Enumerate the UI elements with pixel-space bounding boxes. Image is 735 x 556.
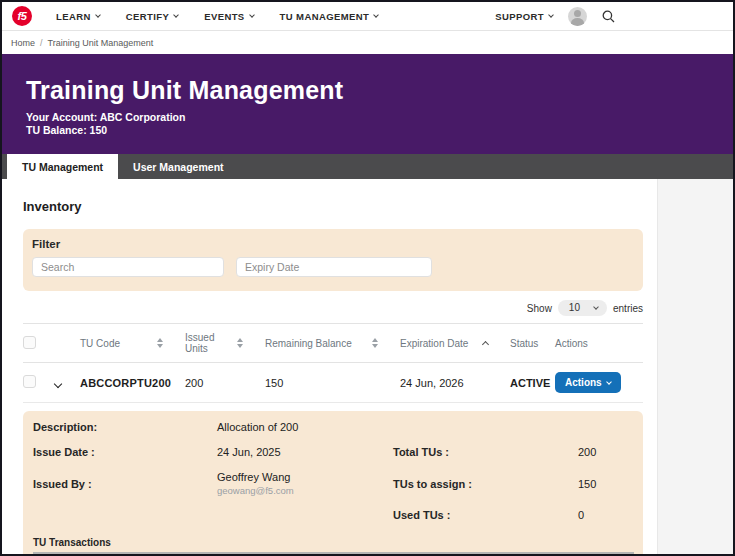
nav-item-learn-label: LEARN <box>56 11 91 22</box>
f5-logo[interactable]: f5 <box>12 6 32 26</box>
sort-icon[interactable] <box>372 338 378 348</box>
status-badge: ACTIVE <box>510 363 555 403</box>
nav-item-support[interactable]: SUPPORT <box>495 11 553 22</box>
row-detail-panel: Description: Allocation of 200 Issue Dat… <box>23 411 643 556</box>
nav-item-tu-management-label: TU MANAGEMENT <box>280 11 370 22</box>
account-line: Your Account: ABC Corporation <box>26 111 733 124</box>
tab-bar: TU Management User Management <box>2 154 733 179</box>
chevron-down-icon <box>548 12 554 18</box>
issued-units-cell: 200 <box>185 363 265 403</box>
used-tus-value: 0 <box>578 509 633 521</box>
main-content: Inventory Filter Show 10 entries <box>2 179 657 554</box>
issued-by-name: Geoffrey Wang <box>217 471 393 483</box>
show-entries-control: Show 10 entries <box>23 300 643 316</box>
issued-by-value: Geoffrey Wang geowang@f5.com <box>217 471 393 496</box>
right-rail-background <box>657 179 733 554</box>
issue-date-label: Issue Date : <box>33 446 217 458</box>
inventory-heading: Inventory <box>23 199 657 214</box>
tus-to-assign-label: TUs to assign : <box>393 478 578 490</box>
column-header-remaining-balance[interactable]: Remaining Balance <box>265 324 400 363</box>
show-entries-prefix: Show <box>527 303 552 314</box>
tab-user-management[interactable]: User Management <box>118 154 238 179</box>
expiry-date-input[interactable] <box>236 257 432 277</box>
column-header-issued-units-label: Issued Units <box>185 332 237 354</box>
row-expand-icon[interactable] <box>54 379 62 387</box>
main-menu: LEARN CERTIFY EVENTS TU MANAGEMENT <box>56 11 378 22</box>
chevron-down-icon <box>95 12 101 18</box>
top-navigation: f5 LEARN CERTIFY EVENTS TU MANAGEMENT SU… <box>2 2 733 30</box>
show-entries-suffix: entries <box>613 303 643 314</box>
chevron-down-icon <box>593 304 599 310</box>
remaining-balance-cell: 150 <box>265 363 400 403</box>
nav-item-tu-management[interactable]: TU MANAGEMENT <box>280 11 379 22</box>
nav-item-support-label: SUPPORT <box>495 11 544 22</box>
sort-icon[interactable] <box>157 338 163 348</box>
filter-panel: Filter <box>23 229 643 291</box>
total-tus-value: 200 <box>578 446 633 458</box>
search-input[interactable] <box>32 257 224 277</box>
column-header-tu-code-label: TU Code <box>80 338 120 349</box>
nav-item-learn[interactable]: LEARN <box>56 11 100 22</box>
column-header-tu-code[interactable]: TU Code <box>80 324 185 363</box>
nav-right-group: SUPPORT <box>495 7 615 26</box>
filter-title: Filter <box>32 238 634 250</box>
row-actions-button-label: Actions <box>565 377 602 388</box>
column-header-issued-units[interactable]: Issued Units <box>185 324 265 363</box>
issue-date-value: 24 Jun, 2025 <box>217 446 393 458</box>
breadcrumb-separator: / <box>40 38 43 48</box>
entries-per-page-value: 10 <box>569 302 580 313</box>
column-header-status[interactable]: Status <box>510 324 555 363</box>
column-header-expiration-date-label: Expiration Date <box>400 338 468 349</box>
inventory-table: TU Code Issued Units Remaining Balance E… <box>23 323 643 403</box>
column-header-status-label: Status <box>510 338 538 349</box>
breadcrumb: Home / Training Unit Management <box>2 30 733 54</box>
user-avatar[interactable] <box>568 7 587 26</box>
nav-item-events[interactable]: EVENTS <box>204 11 253 22</box>
column-header-actions-label: Actions <box>555 338 588 349</box>
column-header-remaining-balance-label: Remaining Balance <box>265 338 352 349</box>
page-title: Training Unit Management <box>26 76 733 105</box>
nav-item-certify-label: CERTIFY <box>126 11 169 22</box>
filter-inputs <box>32 257 634 277</box>
breadcrumb-home-link[interactable]: Home <box>11 38 35 48</box>
entries-per-page-select[interactable]: 10 <box>558 300 607 316</box>
tu-balance-line: TU Balance: 150 <box>26 124 733 137</box>
used-tus-label: Used TUs : <box>393 509 578 521</box>
breadcrumb-current-page: Training Unit Management <box>48 38 154 48</box>
row-checkbox[interactable] <box>23 375 36 388</box>
select-all-checkbox[interactable] <box>23 336 36 349</box>
chevron-down-icon <box>606 379 612 385</box>
table-row: ABCCORPTU200 200 150 24 Jun, 2026 ACTIVE… <box>23 363 643 403</box>
tus-to-assign-value: 150 <box>578 478 633 490</box>
description-value: Allocation of 200 <box>217 421 393 433</box>
issued-by-label: Issued By : <box>33 478 217 490</box>
tu-code-cell: ABCCORPTU200 <box>80 363 185 403</box>
detail-fields: Description: Allocation of 200 Issue Dat… <box>33 421 633 521</box>
column-header-expiration-date[interactable]: Expiration Date <box>400 324 510 363</box>
sort-ascending-icon[interactable] <box>482 341 489 348</box>
nav-item-certify[interactable]: CERTIFY <box>126 11 178 22</box>
tu-transactions-title: TU Transactions <box>33 537 633 548</box>
page-header: Training Unit Management Your Account: A… <box>2 54 733 154</box>
column-header-actions: Actions <box>555 324 643 363</box>
sort-icon[interactable] <box>237 338 243 348</box>
description-label: Description: <box>33 421 217 433</box>
chevron-down-icon <box>373 12 379 18</box>
nav-item-events-label: EVENTS <box>204 11 244 22</box>
content-row: Inventory Filter Show 10 entries <box>2 179 733 554</box>
total-tus-label: Total TUs : <box>393 446 578 458</box>
tu-transactions-table: User Transaction Type TU Amount Date Act… <box>33 552 634 556</box>
search-icon[interactable] <box>602 10 615 23</box>
chevron-down-icon <box>173 12 179 18</box>
row-actions-button[interactable]: Actions <box>555 372 621 393</box>
issued-by-email: geowang@f5.com <box>217 485 393 496</box>
expiration-date-cell: 24 Jun, 2026 <box>400 363 510 403</box>
tab-tu-management[interactable]: TU Management <box>7 154 118 179</box>
chevron-down-icon <box>249 12 255 18</box>
inventory-table-header-row: TU Code Issued Units Remaining Balance E… <box>23 324 643 363</box>
